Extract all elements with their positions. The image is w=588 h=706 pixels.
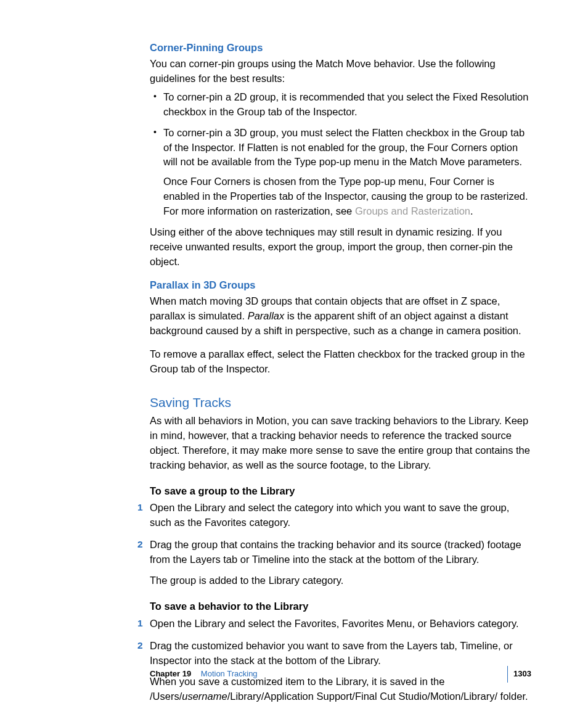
term-parallax: Parallax [248,310,285,321]
step-number: 2 [137,639,143,652]
list-item: To corner-pin a 3D group, you must selec… [150,126,531,220]
link-groups-rasterization[interactable]: Groups and Rasterization [355,205,470,216]
text-run: /Library/Application Support/Final Cut S… [227,691,528,702]
heading-parallax: Parallax in 3D Groups [150,278,531,293]
step: 2 Drag the group that contains the track… [150,538,531,588]
step-text: Drag the group that contains the trackin… [150,538,531,567]
page-footer: Chapter 19 Motion Tracking 1303 [0,668,588,680]
page-content: Corner-Pinning Groups You can corner-pin… [0,0,588,704]
step-number: 1 [137,501,143,514]
corner-pinning-intro: You can corner-pin groups using the Matc… [150,57,531,86]
step-text: Open the Library and select the Favorite… [150,617,531,631]
text-run: . [470,205,473,216]
step: 1 Open the Library and select the Favori… [150,617,531,631]
step: 1 Open the Library and select the catego… [150,501,531,530]
step-text: Drag the customized behavior you want to… [150,639,531,668]
corner-pinning-outro: Using either of the above techniques may… [150,225,531,269]
page-number: 1303 [513,668,531,680]
text-run: Once Four Corners is chosen from the Typ… [163,176,528,216]
step-text: Open the Library and select the category… [150,501,531,530]
procedure-save-behavior: 1 Open the Library and select the Favori… [150,617,531,704]
procedure-title-save-behavior: To save a behavior to the Library [150,599,531,614]
corner-pinning-list: To corner-pin a 2D group, it is recommen… [150,90,531,219]
heading-saving-tracks: Saving Tracks [150,393,531,412]
bullet-subpara: Once Four Corners is chosen from the Typ… [163,174,531,219]
chapter-label: Chapter 19 [150,669,191,678]
footer-divider [507,666,508,683]
bullet-text: To corner-pin a 3D group, you must selec… [163,127,525,168]
heading-corner-pinning: Corner-Pinning Groups [150,41,531,55]
procedure-title-save-group: To save a group to the Library [150,484,531,499]
parallax-p1: When match moving 3D groups that contain… [150,294,531,339]
saving-intro: As with all behaviors in Motion, you can… [150,414,531,473]
list-item: To corner-pin a 2D group, it is recommen… [150,90,531,120]
step-result: The group is added to the Library catego… [150,573,531,588]
path-username: username [182,691,227,702]
parallax-p2: To remove a parallax effect, select the … [150,347,531,377]
bullet-text: To corner-pin a 2D group, it is recommen… [163,91,528,117]
step-number: 2 [137,538,143,551]
step-number: 1 [137,617,143,630]
procedure-save-group: 1 Open the Library and select the catego… [150,501,531,588]
chapter-title: Motion Tracking [201,669,258,678]
